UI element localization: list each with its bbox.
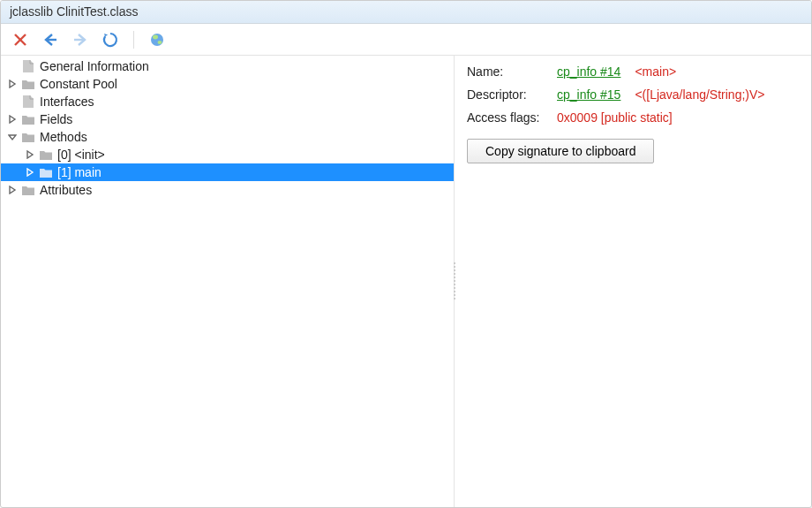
copy-signature-button[interactable]: Copy signature to clipboard <box>467 139 654 163</box>
tree-row[interactable]: [0] <init> <box>1 146 454 163</box>
folder-icon <box>20 111 36 127</box>
expander-icon[interactable] <box>4 75 20 93</box>
expander-icon[interactable] <box>4 128 20 146</box>
expander-icon[interactable] <box>22 163 38 181</box>
refresh-icon[interactable] <box>102 31 119 49</box>
tree-row[interactable]: General Information <box>1 57 454 75</box>
folder-icon <box>38 147 54 163</box>
tree-item-label: Interfaces <box>40 95 94 109</box>
detail-row-descriptor: Descriptor: cp_info #15 <([Ljava/lang/St… <box>467 86 799 103</box>
folder-icon <box>38 164 54 180</box>
close-icon[interactable] <box>11 31 29 49</box>
toolbar-separator <box>133 31 134 49</box>
tree-row[interactable]: Methods <box>1 128 454 146</box>
folder-icon <box>20 129 36 145</box>
descriptor-label: Descriptor: <box>467 86 550 103</box>
web-icon[interactable] <box>148 31 166 49</box>
tree-row[interactable]: Interfaces <box>1 93 454 110</box>
detail-row-access: Access flags: 0x0009 [public static] <box>467 109 799 126</box>
toolbar <box>1 24 811 56</box>
tree-item-label: Attributes <box>40 183 92 197</box>
tree-pane[interactable]: General InformationConstant PoolInterfac… <box>1 56 455 507</box>
file-icon <box>20 58 36 74</box>
splitter-grip[interactable] <box>454 262 455 301</box>
access-value: 0x0009 [public static] <box>557 109 673 126</box>
tree-item-label: [1] main <box>57 165 102 179</box>
expander-icon[interactable] <box>22 146 38 163</box>
file-icon <box>20 94 36 110</box>
folder-icon <box>20 76 36 92</box>
expander-icon[interactable] <box>4 110 20 128</box>
window-title: jclasslib ClinitTest.class <box>10 4 138 19</box>
svg-point-5 <box>153 34 158 39</box>
descriptor-link[interactable]: cp_info #15 <box>557 86 620 103</box>
tree-item-label: Fields <box>40 112 72 126</box>
forward-icon <box>71 31 89 49</box>
svg-point-4 <box>151 34 163 46</box>
tree-item-label: Methods <box>40 130 87 144</box>
detail-row-name: Name: cp_info #14 <main> <box>467 63 799 80</box>
tree-row[interactable]: Fields <box>1 110 454 128</box>
title-bar: jclasslib ClinitTest.class <box>1 1 811 24</box>
descriptor-value: <([Ljava/lang/String;)V> <box>635 86 764 103</box>
access-label: Access flags: <box>467 109 550 126</box>
name-link[interactable]: cp_info #14 <box>557 63 620 80</box>
svg-point-6 <box>158 41 162 44</box>
expander-icon[interactable] <box>4 181 20 199</box>
tree-row[interactable]: Constant Pool <box>1 75 454 93</box>
tree-item-label: General Information <box>40 59 149 73</box>
tree-row[interactable]: Attributes <box>1 181 454 199</box>
tree-item-label: Constant Pool <box>40 77 117 91</box>
tree-row[interactable]: [1] main <box>1 163 454 181</box>
back-icon[interactable] <box>41 31 59 49</box>
name-value: <main> <box>635 63 676 80</box>
detail-pane: Name: cp_info #14 <main> Descriptor: cp_… <box>455 56 811 507</box>
tree-item-label: [0] <init> <box>57 148 105 162</box>
name-label: Name: <box>467 63 550 80</box>
folder-icon <box>20 182 36 198</box>
main-area: General InformationConstant PoolInterfac… <box>1 56 811 507</box>
